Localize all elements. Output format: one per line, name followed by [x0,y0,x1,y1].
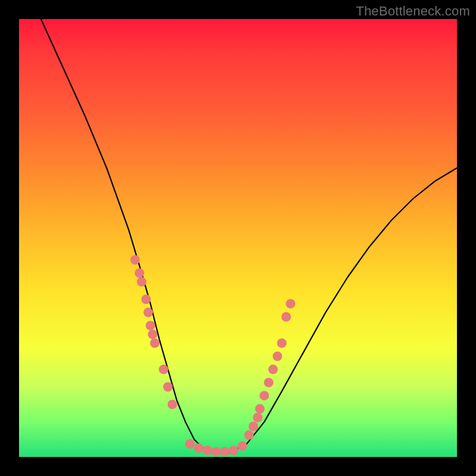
data-marker [237,441,247,451]
data-marker [255,404,265,414]
data-marker [249,421,258,431]
data-marker [281,312,291,321]
data-marker [229,446,239,455]
data-marker [141,295,151,304]
data-marker [202,446,212,455]
data-marker [286,299,295,308]
data-marker [220,447,230,456]
data-marker [194,443,203,453]
data-marker [264,378,274,387]
data-marker [130,255,140,265]
chart-frame: TheBottleneck.com [0,0,476,476]
data-marker [134,268,144,278]
curve-series [41,19,457,453]
data-marker [211,447,221,456]
data-marker [253,413,262,422]
data-marker [168,400,177,409]
data-marker [143,308,153,317]
data-marker [159,365,168,374]
data-marker [259,391,269,400]
data-marker [185,439,195,449]
data-marker [150,339,159,348]
bottleneck-curve [41,19,457,453]
data-marker [277,339,287,348]
data-marker [268,365,278,374]
data-marker [273,352,282,361]
marker-series [130,255,295,456]
data-marker [244,430,253,440]
data-marker [146,321,155,330]
data-marker [137,277,146,287]
watermark-text: TheBottleneck.com [356,4,470,19]
chart-svg [19,19,457,457]
data-marker [163,382,173,392]
plot-area [19,19,457,457]
data-marker [148,330,157,339]
